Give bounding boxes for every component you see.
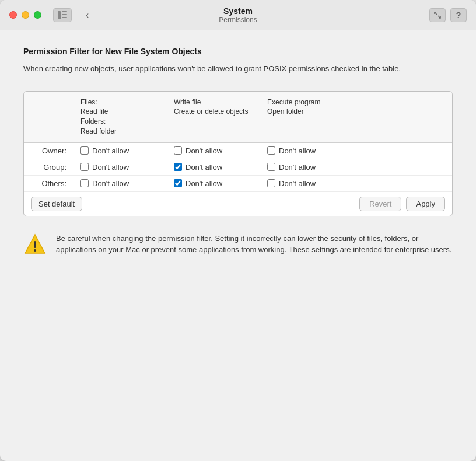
header-read: Files: Read file Folders: Read folder (74, 96, 167, 138)
permissions-table: Files: Read file Folders: Read folder Wr… (23, 91, 453, 216)
shrink-button[interactable] (429, 8, 446, 22)
header-folders-label: Folders: (80, 117, 106, 125)
svg-rect-3 (62, 17, 67, 18)
back-button[interactable]: ‹ (81, 8, 93, 23)
titlebar-left: ‹ (9, 8, 93, 23)
warning-icon (23, 233, 47, 256)
set-default-button[interactable]: Set default (31, 197, 82, 211)
group-write-cell: Don't allow (167, 163, 260, 172)
table-row-others: Others: Don't allow Don't allow Don't al… (24, 176, 452, 192)
table-actions: Set default Revert Apply (24, 192, 452, 216)
group-execute-checkbox[interactable] (267, 163, 275, 171)
others-read-checkbox[interactable] (80, 179, 89, 187)
header-write-label: Write file (174, 98, 201, 106)
others-execute-label[interactable]: Don't allow (279, 179, 316, 188)
svg-rect-1 (62, 11, 67, 12)
table-row-group: Group: Don't allow Don't allow Don't all… (24, 159, 452, 176)
sidebar-icon (58, 11, 67, 19)
header-execute-label: Execute program (267, 98, 320, 106)
help-button[interactable]: ? (450, 8, 467, 22)
svg-rect-2 (62, 14, 67, 15)
owner-read-cell: Don't allow (74, 146, 167, 155)
group-write-checkbox[interactable] (174, 163, 182, 171)
header-write-sub: Create or delete objects (174, 107, 248, 116)
owner-execute-checkbox[interactable] (267, 146, 275, 155)
section-description: When creating new objects, user applicat… (23, 63, 453, 75)
content-area: Permission Filter for New File System Ob… (0, 30, 476, 461)
window-subtitle: Permissions (219, 16, 257, 24)
warning-box: Be careful when changing the permission … (23, 230, 453, 259)
owner-label: Owner: (24, 146, 74, 155)
revert-button[interactable]: Revert (359, 197, 401, 211)
svg-point-8 (34, 249, 36, 252)
group-read-checkbox[interactable] (80, 163, 89, 171)
others-read-cell: Don't allow (74, 179, 167, 188)
header-files-label: Files: (80, 98, 97, 106)
window-title: System (219, 6, 257, 16)
svg-rect-7 (34, 241, 36, 248)
owner-read-checkbox[interactable] (80, 146, 89, 155)
help-icon: ? (456, 11, 461, 20)
group-read-cell: Don't allow (74, 163, 167, 172)
sidebar-toggle-button[interactable] (53, 8, 72, 22)
group-label: Group: (24, 163, 74, 172)
others-write-label[interactable]: Don't allow (186, 179, 222, 188)
header-read-file: Read file (80, 107, 108, 116)
shrink-icon (433, 11, 442, 19)
others-execute-checkbox[interactable] (267, 179, 275, 187)
others-read-label[interactable]: Don't allow (92, 179, 129, 188)
table-header: Files: Read file Folders: Read folder Wr… (24, 92, 452, 143)
header-write: Write file Create or delete objects (167, 96, 260, 138)
close-button[interactable] (9, 11, 17, 19)
others-execute-cell: Don't allow (260, 179, 354, 188)
owner-execute-cell: Don't allow (260, 146, 354, 155)
others-write-checkbox[interactable] (174, 179, 182, 187)
warning-text: Be careful when changing the permission … (56, 233, 453, 256)
svg-rect-0 (58, 11, 61, 19)
maximize-button[interactable] (34, 11, 41, 19)
others-write-cell: Don't allow (167, 179, 260, 188)
section-title: Permission Filter for New File System Ob… (23, 47, 453, 56)
owner-read-label[interactable]: Don't allow (92, 146, 129, 155)
group-execute-cell: Don't allow (260, 163, 354, 172)
traffic-lights (9, 11, 41, 19)
group-execute-label[interactable]: Don't allow (279, 163, 316, 172)
group-read-label[interactable]: Don't allow (92, 163, 129, 172)
header-empty (24, 96, 74, 138)
header-execute: Execute program Open folder (260, 96, 354, 138)
header-read-folder: Read folder (80, 127, 117, 135)
action-buttons: Revert Apply (359, 197, 445, 211)
titlebar-right: ? (429, 8, 467, 22)
group-write-label[interactable]: Don't allow (186, 163, 222, 172)
owner-write-label[interactable]: Don't allow (186, 146, 222, 155)
titlebar-center: System Permissions (219, 6, 257, 24)
titlebar: ‹ System Permissions ? (0, 0, 476, 30)
owner-write-cell: Don't allow (167, 146, 260, 155)
header-execute-sub: Open folder (267, 107, 304, 116)
owner-write-checkbox[interactable] (174, 146, 182, 155)
table-row-owner: Owner: Don't allow Don't allow Don't all… (24, 143, 452, 159)
apply-button[interactable]: Apply (406, 197, 445, 211)
owner-execute-label[interactable]: Don't allow (279, 146, 316, 155)
others-label: Others: (24, 179, 74, 188)
minimize-button[interactable] (22, 11, 29, 19)
main-window: ‹ System Permissions ? Permission Filter… (0, 0, 476, 461)
